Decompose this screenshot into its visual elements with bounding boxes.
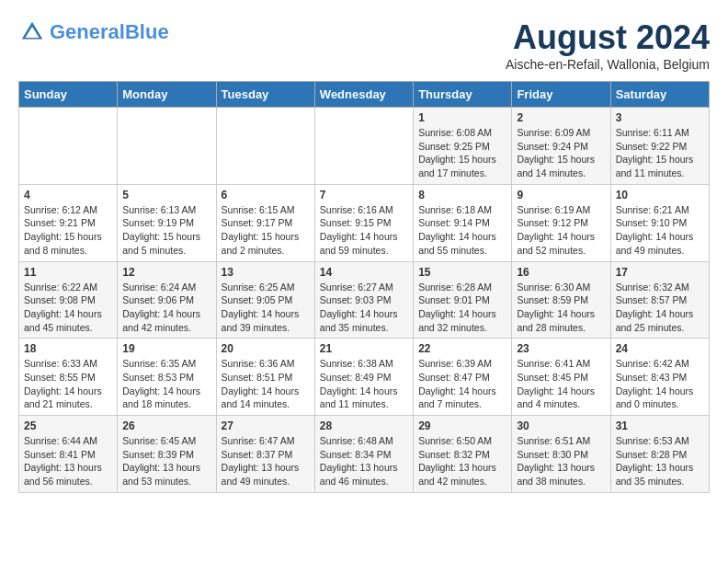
day-number: 21: [320, 342, 408, 355]
calendar-cell: 13Sunrise: 6:25 AM Sunset: 9:05 PM Dayli…: [216, 261, 314, 339]
calendar-cell: [19, 108, 118, 185]
month-year: August 2024: [506, 18, 710, 57]
calendar-cell: 29Sunrise: 6:50 AM Sunset: 8:32 PM Dayli…: [414, 416, 512, 493]
weekday-header: Saturday: [610, 82, 709, 108]
day-number: 4: [24, 189, 112, 201]
day-number: 13: [222, 266, 310, 279]
day-number: 30: [517, 419, 605, 432]
day-number: 24: [616, 342, 704, 355]
cell-info: Sunrise: 6:08 AM Sunset: 9:25 PM Dayligh…: [418, 126, 506, 180]
cell-info: Sunrise: 6:48 AM Sunset: 8:34 PM Dayligh…: [320, 434, 408, 488]
weekday-header: Wednesday: [314, 82, 413, 108]
cell-info: Sunrise: 6:18 AM Sunset: 9:14 PM Dayligh…: [418, 203, 506, 258]
logo-text: GeneralBlue: [50, 21, 169, 43]
day-number: 11: [24, 266, 112, 279]
calendar-cell: 6Sunrise: 6:15 AM Sunset: 9:17 PM Daylig…: [216, 184, 314, 261]
calendar-cell: 17Sunrise: 6:32 AM Sunset: 8:57 PM Dayli…: [610, 261, 709, 339]
logo-line2: Blue: [125, 20, 169, 43]
calendar-cell: [216, 108, 314, 185]
cell-info: Sunrise: 6:22 AM Sunset: 9:08 PM Dayligh…: [24, 281, 112, 335]
cell-info: Sunrise: 6:38 AM Sunset: 8:49 PM Dayligh…: [320, 357, 408, 411]
day-number: 17: [616, 266, 704, 279]
calendar-cell: 28Sunrise: 6:48 AM Sunset: 8:34 PM Dayli…: [314, 416, 413, 493]
calendar-cell: [118, 108, 216, 185]
calendar-cell: 19Sunrise: 6:35 AM Sunset: 8:53 PM Dayli…: [118, 339, 216, 416]
day-number: 28: [320, 419, 408, 432]
location: Aische-en-Refail, Wallonia, Belgium: [506, 57, 710, 72]
cell-info: Sunrise: 6:13 AM Sunset: 9:19 PM Dayligh…: [122, 203, 210, 258]
day-number: 2: [517, 111, 605, 124]
day-number: 31: [616, 419, 704, 432]
weekday-header: Tuesday: [216, 82, 314, 108]
cell-info: Sunrise: 6:25 AM Sunset: 9:05 PM Dayligh…: [222, 281, 310, 335]
cell-info: Sunrise: 6:36 AM Sunset: 8:51 PM Dayligh…: [222, 357, 310, 411]
logo-line1: General: [50, 20, 125, 43]
day-number: 9: [517, 189, 605, 201]
calendar-cell: 27Sunrise: 6:47 AM Sunset: 8:37 PM Dayli…: [216, 416, 314, 493]
day-number: 22: [418, 342, 506, 355]
calendar-table: SundayMondayTuesdayWednesdayThursdayFrid…: [18, 81, 710, 493]
calendar-cell: 9Sunrise: 6:19 AM Sunset: 9:12 PM Daylig…: [512, 184, 610, 261]
cell-info: Sunrise: 6:11 AM Sunset: 9:22 PM Dayligh…: [616, 126, 704, 180]
calendar-cell: 22Sunrise: 6:39 AM Sunset: 8:47 PM Dayli…: [414, 339, 512, 416]
day-number: 5: [122, 189, 210, 201]
day-number: 27: [222, 419, 310, 432]
calendar-cell: 20Sunrise: 6:36 AM Sunset: 8:51 PM Dayli…: [216, 339, 314, 416]
calendar-cell: 15Sunrise: 6:28 AM Sunset: 9:01 PM Dayli…: [414, 261, 512, 339]
cell-info: Sunrise: 6:19 AM Sunset: 9:12 PM Dayligh…: [517, 203, 605, 258]
day-number: 19: [122, 342, 210, 355]
day-number: 23: [517, 342, 605, 355]
cell-info: Sunrise: 6:50 AM Sunset: 8:32 PM Dayligh…: [418, 434, 506, 488]
calendar-cell: 31Sunrise: 6:53 AM Sunset: 8:28 PM Dayli…: [610, 416, 709, 493]
cell-info: Sunrise: 6:39 AM Sunset: 8:47 PM Dayligh…: [418, 357, 506, 411]
calendar-cell: 12Sunrise: 6:24 AM Sunset: 9:06 PM Dayli…: [118, 261, 216, 339]
weekday-header: Monday: [118, 82, 216, 108]
cell-info: Sunrise: 6:33 AM Sunset: 8:55 PM Dayligh…: [24, 357, 112, 411]
day-number: 29: [418, 419, 506, 432]
page-header: GeneralBlue August 2024 Aische-en-Refail…: [18, 18, 710, 72]
day-number: 12: [122, 266, 210, 279]
calendar-cell: 1Sunrise: 6:08 AM Sunset: 9:25 PM Daylig…: [414, 108, 512, 185]
cell-info: Sunrise: 6:41 AM Sunset: 8:45 PM Dayligh…: [517, 357, 605, 411]
cell-info: Sunrise: 6:32 AM Sunset: 8:57 PM Dayligh…: [616, 281, 704, 335]
weekday-header: Friday: [512, 82, 610, 108]
cell-info: Sunrise: 6:09 AM Sunset: 9:24 PM Dayligh…: [517, 126, 605, 180]
day-number: 16: [517, 266, 605, 279]
calendar-cell: [314, 108, 413, 185]
cell-info: Sunrise: 6:47 AM Sunset: 8:37 PM Dayligh…: [222, 434, 310, 488]
cell-info: Sunrise: 6:12 AM Sunset: 9:21 PM Dayligh…: [24, 203, 112, 258]
calendar-week-row: 4Sunrise: 6:12 AM Sunset: 9:21 PM Daylig…: [19, 184, 710, 261]
calendar-week-row: 18Sunrise: 6:33 AM Sunset: 8:55 PM Dayli…: [19, 339, 710, 416]
calendar-cell: 7Sunrise: 6:16 AM Sunset: 9:15 PM Daylig…: [314, 184, 413, 261]
cell-info: Sunrise: 6:53 AM Sunset: 8:28 PM Dayligh…: [616, 434, 704, 488]
calendar-cell: 8Sunrise: 6:18 AM Sunset: 9:14 PM Daylig…: [414, 184, 512, 261]
calendar-cell: 24Sunrise: 6:42 AM Sunset: 8:43 PM Dayli…: [610, 339, 709, 416]
cell-info: Sunrise: 6:51 AM Sunset: 8:30 PM Dayligh…: [517, 434, 605, 488]
day-number: 1: [418, 111, 506, 124]
logo: GeneralBlue: [18, 18, 169, 46]
weekday-header: Thursday: [414, 82, 512, 108]
day-number: 25: [24, 419, 112, 432]
day-number: 6: [222, 189, 310, 201]
day-number: 10: [616, 189, 704, 201]
day-number: 26: [122, 419, 210, 432]
cell-info: Sunrise: 6:28 AM Sunset: 9:01 PM Dayligh…: [418, 281, 506, 335]
calendar-week-row: 25Sunrise: 6:44 AM Sunset: 8:41 PM Dayli…: [19, 416, 710, 493]
calendar-cell: 10Sunrise: 6:21 AM Sunset: 9:10 PM Dayli…: [610, 184, 709, 261]
day-number: 14: [320, 266, 408, 279]
day-number: 18: [24, 342, 112, 355]
calendar-header-row: SundayMondayTuesdayWednesdayThursdayFrid…: [19, 82, 710, 108]
calendar-cell: 4Sunrise: 6:12 AM Sunset: 9:21 PM Daylig…: [19, 184, 118, 261]
cell-info: Sunrise: 6:30 AM Sunset: 8:59 PM Dayligh…: [517, 281, 605, 335]
calendar-cell: 26Sunrise: 6:45 AM Sunset: 8:39 PM Dayli…: [118, 416, 216, 493]
cell-info: Sunrise: 6:24 AM Sunset: 9:06 PM Dayligh…: [122, 281, 210, 335]
logo-icon: [18, 18, 46, 46]
calendar-cell: 25Sunrise: 6:44 AM Sunset: 8:41 PM Dayli…: [19, 416, 118, 493]
cell-info: Sunrise: 6:45 AM Sunset: 8:39 PM Dayligh…: [122, 434, 210, 488]
cell-info: Sunrise: 6:44 AM Sunset: 8:41 PM Dayligh…: [24, 434, 112, 488]
calendar-week-row: 11Sunrise: 6:22 AM Sunset: 9:08 PM Dayli…: [19, 261, 710, 339]
cell-info: Sunrise: 6:21 AM Sunset: 9:10 PM Dayligh…: [616, 203, 704, 258]
cell-info: Sunrise: 6:42 AM Sunset: 8:43 PM Dayligh…: [616, 357, 704, 411]
weekday-header: Sunday: [19, 82, 118, 108]
day-number: 15: [418, 266, 506, 279]
